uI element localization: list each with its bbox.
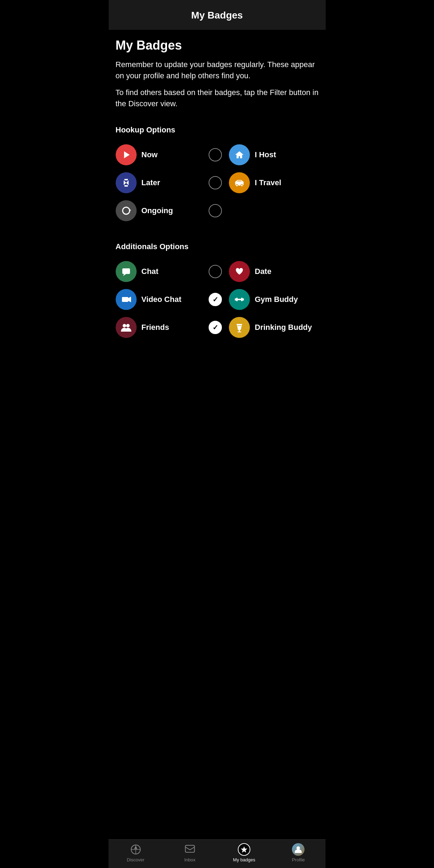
nav-mybadges[interactable]: My badges xyxy=(217,843,271,862)
gymbuddy-label: Gym Buddy xyxy=(255,295,319,304)
now-radio-btn[interactable] xyxy=(209,148,222,161)
ongoing-icon xyxy=(116,200,137,221)
badge-row-friends-drinkingbuddy: Friends Drinking Buddy xyxy=(116,313,319,341)
svg-marker-0 xyxy=(124,151,130,158)
svg-point-5 xyxy=(241,185,243,187)
later-radio-btn[interactable] xyxy=(209,176,222,189)
svg-point-4 xyxy=(236,185,238,187)
ihost-icon xyxy=(229,144,250,165)
badge-item-later: Later xyxy=(116,172,205,193)
bottom-nav: Discover Inbox My badges xyxy=(109,839,326,868)
later-label: Later xyxy=(142,178,205,187)
videochat-radio[interactable] xyxy=(205,293,225,306)
later-icon xyxy=(116,172,137,193)
mybadges-star-icon xyxy=(238,843,251,856)
svg-rect-25 xyxy=(185,845,194,852)
discover-icon xyxy=(129,843,142,856)
badge-row-chat-date: Chat Date xyxy=(116,258,319,285)
now-label: Now xyxy=(142,150,205,159)
itravel-icon xyxy=(229,172,250,193)
additionals-section-title: Additionals Options xyxy=(116,242,319,251)
profile-nav-icon xyxy=(292,843,305,856)
page-title: My Badges xyxy=(116,38,319,53)
badge-item-date: Date xyxy=(225,261,319,282)
svg-rect-2 xyxy=(124,185,128,187)
svg-marker-10 xyxy=(128,297,131,302)
friends-icon xyxy=(116,317,137,338)
svg-rect-9 xyxy=(122,297,128,302)
badge-item-videochat: Video Chat xyxy=(116,289,205,310)
date-label: Date xyxy=(255,267,319,276)
svg-rect-15 xyxy=(237,299,241,300)
description-1: Remember to update your badges regularly… xyxy=(116,59,319,81)
drinkingbuddy-icon xyxy=(229,317,250,338)
profile-avatar xyxy=(292,843,305,856)
main-content: My Badges Remember to update your badges… xyxy=(109,30,326,868)
friends-radio-btn[interactable] xyxy=(209,321,222,334)
drinkingbuddy-label: Drinking Buddy xyxy=(255,323,319,332)
later-radio[interactable] xyxy=(205,176,225,189)
itravel-label: I Travel xyxy=(255,178,319,187)
badge-row-now-ihost: Now I Host xyxy=(116,141,319,169)
badge-item-ihost: I Host xyxy=(225,144,319,165)
ongoing-radio[interactable] xyxy=(205,204,225,217)
badge-item-drinkingbuddy: Drinking Buddy xyxy=(225,317,319,338)
nav-inbox[interactable]: Inbox xyxy=(163,843,217,862)
svg-point-16 xyxy=(123,324,126,327)
description-2: To find others based on their badges, ta… xyxy=(116,87,319,109)
mybadges-nav-label: My badges xyxy=(233,857,255,862)
inbox-nav-label: Inbox xyxy=(184,857,195,862)
videochat-label: Video Chat xyxy=(142,295,205,304)
badge-item-ongoing: Ongoing xyxy=(116,200,205,221)
mybadges-nav-icon-container xyxy=(238,843,251,856)
chat-radio-btn[interactable] xyxy=(209,265,222,278)
chat-label: Chat xyxy=(142,267,205,276)
svg-marker-26 xyxy=(241,846,247,853)
badge-item-gymbuddy: Gym Buddy xyxy=(225,289,319,310)
badge-item-friends: Friends xyxy=(116,317,205,338)
chat-radio[interactable] xyxy=(205,265,225,278)
gymbuddy-icon xyxy=(229,289,250,310)
svg-rect-1 xyxy=(124,179,128,180)
discover-nav-label: Discover xyxy=(127,857,145,862)
badge-item-itravel: I Travel xyxy=(225,172,319,193)
svg-rect-7 xyxy=(122,268,130,274)
friends-label: Friends xyxy=(142,323,205,332)
ongoing-radio-btn[interactable] xyxy=(209,204,222,217)
badge-item-now: Now xyxy=(116,144,205,165)
date-icon xyxy=(229,261,250,282)
videochat-radio-btn[interactable] xyxy=(209,293,222,306)
hookup-section-title: Hookup Options xyxy=(116,125,319,135)
header-title: My Badges xyxy=(191,10,243,21)
ongoing-label: Ongoing xyxy=(142,206,205,215)
videochat-icon xyxy=(116,289,137,310)
now-radio[interactable] xyxy=(205,148,225,161)
ihost-label: I Host xyxy=(255,150,319,159)
chat-icon xyxy=(116,261,137,282)
badge-item-chat: Chat xyxy=(116,261,205,282)
nav-discover[interactable]: Discover xyxy=(109,843,163,862)
nav-profile[interactable]: Profile xyxy=(271,843,325,862)
header: My Badges xyxy=(109,0,326,30)
inbox-icon xyxy=(183,843,196,856)
svg-point-27 xyxy=(297,846,300,850)
badge-row-videochat-gymbuddy: Video Chat Gym Buddy xyxy=(116,285,319,313)
svg-point-17 xyxy=(126,324,130,327)
profile-nav-label: Profile xyxy=(292,857,305,862)
now-icon xyxy=(116,144,137,165)
svg-marker-8 xyxy=(123,274,126,276)
badge-row-later-itravel: Later I Travel xyxy=(116,169,319,197)
badge-row-ongoing: Ongoing xyxy=(116,197,319,225)
friends-radio[interactable] xyxy=(205,321,225,334)
